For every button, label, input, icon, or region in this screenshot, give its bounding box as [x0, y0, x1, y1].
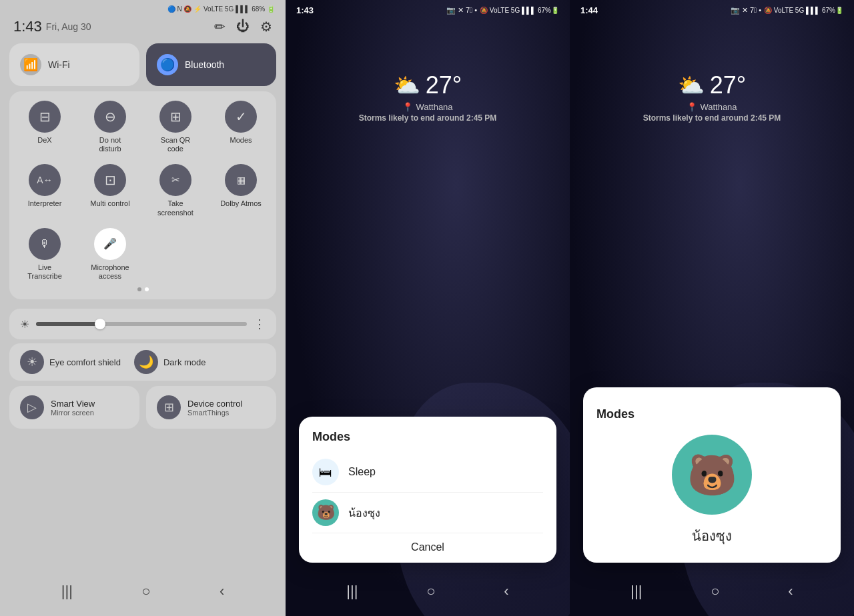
screenshot-icon: ✂ [159, 164, 191, 196]
lock2-recent-apps-button[interactable]: ||| [630, 583, 642, 600]
lock-signal-icons: 🔕 VoLTE 5G ▌▌▌ 67%🔋 [480, 7, 559, 14]
sleep-mode-label: Sleep [348, 466, 376, 478]
brightness-thumb[interactable] [95, 319, 105, 329]
microphone-icon: 🎤 [94, 228, 126, 260]
wifi-toggle[interactable]: 📶 Wi-Fi [9, 43, 139, 86]
bluetooth-icon: 🔵 [157, 54, 178, 75]
navigation-bar: ||| ○ ‹ [0, 572, 286, 616]
status-bar: 🔵 N 🔕 ⚡ VoLTE 5G ▌▌▌ 68% 🔋 [0, 0, 286, 15]
tile-transcribe[interactable]: 🎙 LiveTranscribe [12, 225, 77, 283]
back-button[interactable]: ‹ [220, 583, 224, 600]
lock-status-bar: 1:43 📷 ✕ 7⃣ • 🔕 VoLTE 5G ▌▌▌ 67%🔋 [286, 0, 570, 18]
multicontrol-icon: ⊡ [94, 164, 126, 196]
smart-view-button[interactable]: ▷ Smart View Mirror screen [9, 386, 139, 429]
dark-mode-label: Dark mode [163, 357, 206, 367]
bluetooth-toggle[interactable]: 🔵 Bluetooth [146, 43, 276, 86]
weather-temp: 27° [426, 71, 462, 99]
sleep-mode-item[interactable]: 🛏 Sleep [312, 452, 543, 493]
home-button[interactable]: ○ [141, 583, 150, 600]
tile-dolby[interactable]: ▦ Dolby Atmos [208, 161, 274, 219]
sleep-mode-icon: 🛏 [312, 459, 339, 485]
modes-popup-title: Modes [312, 430, 543, 444]
dolby-label: Dolby Atmos [220, 199, 262, 208]
display-modes-row: ☀ Eye comfort shield 🌙 Dark mode [9, 343, 276, 381]
tile-microphone[interactable]: 🎤 Microphoneaccess [77, 225, 143, 283]
lock-screen-mode-selected-panel: 1:44 📷 ✕ 7⃣ • 🔕 VoLTE 5G ▌▌▌ 67%🔋 ⛅ 27° … [570, 0, 854, 616]
dex-icon: ⊟ [29, 101, 61, 133]
modes-cancel-button[interactable]: Cancel [312, 533, 543, 556]
brightness-control[interactable]: ☀ ⋮ [9, 309, 276, 339]
nongsung-mode-icon: 🐻 [312, 499, 339, 526]
device-control-label: Device control [187, 399, 242, 409]
lock-recent-apps-button[interactable]: ||| [346, 583, 358, 600]
eye-comfort-toggle[interactable]: ☀ Eye comfort shield [20, 350, 121, 374]
lock-app-icons: 📷 ✕ 7⃣ • [446, 6, 477, 15]
smart-view-icon: ▷ [20, 395, 44, 419]
transcribe-icon: 🎙 [29, 228, 61, 260]
dark-mode-toggle[interactable]: 🌙 Dark mode [134, 350, 206, 374]
modes-popup: Modes 🛏 Sleep 🐻 น้องซุง Cancel [299, 417, 556, 563]
nongsung-mode-item[interactable]: 🐻 น้องซุง [312, 493, 543, 533]
lock2-home-button[interactable]: ○ [711, 583, 719, 600]
lock-status-icons: 📷 ✕ 7⃣ • 🔕 VoLTE 5G ▌▌▌ 67%🔋 [446, 6, 559, 15]
brightness-more-icon[interactable]: ⋮ [254, 317, 266, 331]
lock-back-button[interactable]: ‹ [504, 583, 508, 600]
qr-icon: ⊞ [159, 101, 191, 133]
dot-2 [145, 287, 149, 291]
lock2-status-icons: 📷 ✕ 7⃣ • 🔕 VoLTE 5G ▌▌▌ 67%🔋 [731, 6, 843, 15]
tile-interpreter[interactable]: A↔ Interpreter [12, 161, 77, 219]
location-pin-icon: 📍 [402, 102, 413, 112]
brightness-track[interactable] [36, 322, 247, 326]
recent-apps-button[interactable]: ||| [61, 583, 73, 600]
weather-description: Storms likely to end around 2:45 PM [359, 113, 497, 123]
lock-weather: ⛅ 27° 📍 Watthana Storms likely to end ar… [286, 71, 570, 123]
lock2-app-icons: 📷 ✕ 7⃣ • [731, 6, 761, 15]
nongsung-mode-label: น้องซุง [348, 505, 380, 521]
tile-screenshot[interactable]: ✂ Takescreenshot [143, 161, 208, 219]
quick-settings-panel: 🔵 N 🔕 ⚡ VoLTE 5G ▌▌▌ 68% 🔋 1:43 Fri, Aug… [0, 0, 286, 616]
eye-comfort-label: Eye comfort shield [49, 357, 121, 367]
weather-icon: ⛅ [394, 73, 420, 98]
lock-screen-modes-panel: 1:43 📷 ✕ 7⃣ • 🔕 VoLTE 5G ▌▌▌ 67%🔋 ⛅ 27° … [286, 0, 570, 616]
tile-modes[interactable]: ✓ Modes [208, 98, 274, 156]
lock2-time: 1:44 [580, 5, 598, 15]
modes-label: Modes [230, 136, 252, 145]
device-control-text: Device control SmartThings [187, 399, 242, 417]
lock2-navigation-bar: ||| ○ ‹ [570, 572, 854, 616]
interpreter-icon: A↔ [29, 164, 61, 196]
quick-tiles-grid: ⊟ DeX ⊖ Do notdisturb ⊞ Scan QRcode ✓ Mo… [12, 98, 274, 283]
settings-icon[interactable]: ⚙ [260, 19, 272, 35]
interpreter-label: Interpreter [28, 199, 62, 208]
lock-navigation-bar: ||| ○ ‹ [286, 572, 570, 616]
dex-label: DeX [37, 136, 51, 145]
device-control-button[interactable]: ⊞ Device control SmartThings [146, 386, 276, 429]
lock2-weather: ⛅ 27° 📍 Watthana Storms likely to end ar… [570, 71, 854, 123]
lock-home-button[interactable]: ○ [426, 583, 435, 600]
lock-time: 1:43 [296, 5, 314, 15]
transcribe-label: LiveTranscribe [27, 263, 62, 281]
date-display: Fri, Aug 30 [46, 21, 91, 32]
lock2-back-button[interactable]: ‹ [788, 583, 793, 600]
bluetooth-label: Bluetooth [185, 59, 224, 70]
smart-view-label: Smart View [51, 399, 95, 409]
qr-label: Scan QRcode [161, 136, 191, 153]
brightness-icon: ☀ [20, 318, 29, 331]
mode-selected-popup: Modes 🐻 น้องซุง [583, 387, 841, 563]
tile-dex[interactable]: ⊟ DeX [12, 98, 77, 156]
dolby-icon: ▦ [225, 164, 257, 196]
lock2-signal-icons: 🔕 VoLTE 5G ▌▌▌ 67%🔋 [764, 7, 843, 14]
brightness-fill [36, 322, 99, 326]
power-icon[interactable]: ⏻ [236, 19, 250, 35]
dot-1 [137, 287, 141, 291]
tile-multicontrol[interactable]: ⊡ Multi control [77, 161, 143, 219]
tile-dnd[interactable]: ⊖ Do notdisturb [77, 98, 143, 156]
edit-icon[interactable]: ✏ [214, 19, 226, 35]
smart-view-sub: Mirror screen [51, 409, 95, 417]
weather2-location: Watthana [700, 102, 737, 112]
quick-settings-topbar: 1:43 Fri, Aug 30 ✏ ⏻ ⚙ [0, 15, 286, 41]
multicontrol-label: Multi control [90, 199, 129, 208]
tile-qr[interactable]: ⊞ Scan QRcode [143, 98, 208, 156]
microphone-label: Microphoneaccess [91, 263, 129, 281]
mode-bear-icon: 🐻 [672, 435, 752, 515]
toggle-row: 📶 Wi-Fi 🔵 Bluetooth [0, 41, 286, 91]
